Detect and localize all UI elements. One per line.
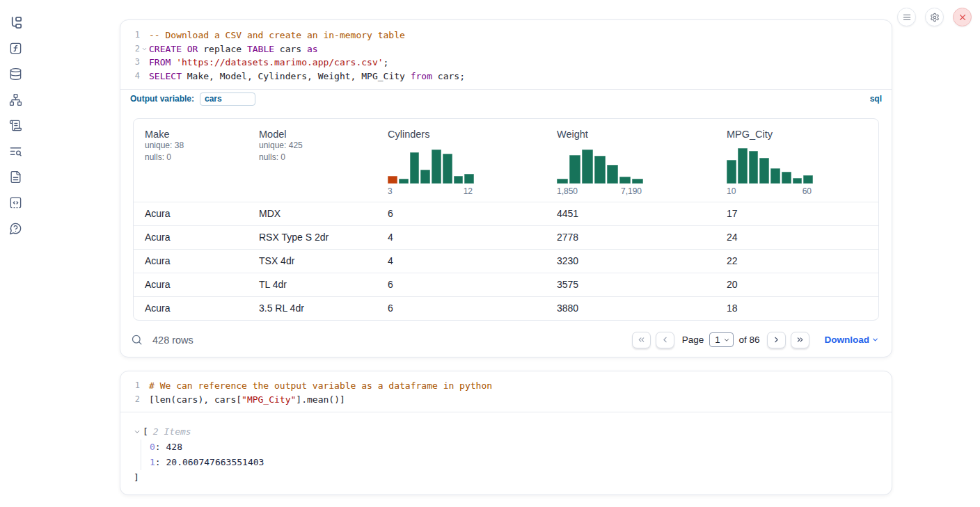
histogram-bar	[594, 156, 606, 184]
axis-max-label: 7,190	[621, 186, 642, 196]
code-token: CREATE	[149, 44, 182, 54]
column-header: Makeunique: 38nulls: 0	[134, 119, 248, 202]
histogram-bar	[569, 155, 580, 184]
table-cell: 2778	[546, 226, 716, 249]
table-cell: 3230	[546, 250, 716, 273]
next-page-button[interactable]	[767, 332, 786, 348]
sql-cell: 1-- Download a CSV and create an in-memo…	[120, 19, 892, 357]
page-select[interactable]: 1	[709, 332, 734, 347]
shutdown-button[interactable]	[953, 8, 972, 26]
histogram-bar	[557, 179, 568, 184]
sql-code-editor[interactable]: 1-- Download a CSV and create an in-memo…	[120, 20, 892, 89]
code-token: SELECT	[149, 71, 182, 81]
code-token: # We can reference the output variable a…	[149, 380, 492, 391]
column-name[interactable]: MPG_City	[727, 129, 873, 140]
first-page-button[interactable]	[632, 332, 651, 348]
sidebar-item-variables[interactable]	[8, 41, 23, 56]
code-token: replace	[198, 44, 246, 54]
table-row[interactable]: AcuraRSX Type S 2dr4277824	[134, 225, 878, 249]
table-cell: 4451	[546, 202, 716, 225]
file-tree-icon	[9, 16, 22, 29]
sidebar-item-help[interactable]	[8, 221, 23, 236]
table-cell: TSX 4dr	[248, 250, 377, 273]
sidebar-item-snippets[interactable]	[8, 195, 23, 210]
tree-item-colon: :	[155, 442, 166, 452]
table-row[interactable]: Acura3.5 RL 4dr6388018	[134, 296, 878, 320]
python-output-tree: [ 2 Items 0: 4281: 20.060747663551403 ]	[120, 412, 892, 485]
histogram-bar	[454, 176, 464, 184]
prev-page-button[interactable]	[656, 332, 674, 348]
histogram-bars	[557, 147, 643, 184]
table-cell: RSX Type S 2dr	[248, 226, 377, 249]
settings-button[interactable]	[925, 8, 944, 26]
chevrons-right-icon	[796, 335, 805, 344]
table-cell: 24	[716, 226, 878, 249]
column-stat: nulls: 0	[259, 152, 371, 163]
histogram-bar	[759, 158, 769, 184]
code-token: TABLE	[247, 44, 274, 54]
output-variable-input[interactable]	[200, 92, 255, 106]
sidebar-item-file-explorer[interactable]	[8, 15, 23, 30]
code-token: from	[411, 71, 432, 81]
sidebar-item-dependencies[interactable]	[8, 92, 23, 107]
collapse-toggle[interactable]	[134, 428, 143, 435]
table-search-button[interactable]	[131, 334, 143, 346]
code-line: 2CREATE OR replace TABLE cars as	[120, 42, 892, 56]
line-number: 3	[120, 56, 140, 70]
code-token: OR	[187, 44, 198, 54]
window-controls	[897, 8, 972, 26]
column-name[interactable]: Make	[145, 129, 242, 140]
code-token: cars;	[432, 71, 465, 81]
result-table: Makeunique: 38nulls: 0Modelunique: 425nu…	[133, 118, 879, 321]
table-cell: 6	[377, 273, 546, 296]
fold-slot	[140, 379, 149, 393]
tree-items: 0: 4281: 20.060747663551403	[141, 440, 892, 470]
histogram-bar	[738, 148, 748, 184]
histogram-bar	[432, 150, 441, 184]
download-button[interactable]: Download	[825, 335, 880, 345]
histogram-bars	[388, 147, 474, 184]
histogram-bar	[770, 168, 780, 184]
code-text: CREATE OR replace TABLE cars as	[149, 42, 318, 56]
line-number: 2	[120, 42, 140, 56]
table-cell: 6	[377, 297, 546, 320]
tree-item-colon: :	[155, 457, 166, 467]
sidebar-item-documentation[interactable]	[8, 170, 23, 184]
table-cell: 6	[377, 202, 546, 225]
gear-icon	[930, 13, 940, 22]
rows-count: 428 rows	[152, 335, 193, 346]
code-token: cars	[274, 44, 307, 54]
histogram-bar	[803, 175, 813, 184]
chevron-right-icon	[772, 335, 781, 344]
fold-slot	[140, 29, 149, 42]
column-name[interactable]: Cylinders	[388, 129, 540, 140]
table-row[interactable]: AcuraMDX6445117	[134, 202, 878, 225]
table-row[interactable]: AcuraTSX 4dr4323022	[134, 249, 878, 273]
output-variable-label: Output variable:	[130, 94, 194, 104]
table-cell: Acura	[134, 202, 248, 225]
column-name[interactable]: Weight	[557, 129, 710, 140]
menu-button[interactable]	[897, 8, 916, 26]
file-text-icon	[9, 170, 22, 184]
column-stat: unique: 38	[145, 140, 242, 152]
fold-toggle[interactable]	[140, 42, 149, 56]
histogram-bar	[410, 152, 420, 184]
chevron-left-icon	[661, 335, 670, 344]
histogram-bar	[727, 160, 736, 184]
code-text: -- Download a CSV and create an in-memor…	[149, 29, 405, 42]
last-page-button[interactable]	[791, 332, 809, 348]
code-token	[182, 44, 187, 54]
table-row[interactable]: AcuraTL 4dr6357520	[134, 273, 878, 296]
axis-max-label: 60	[803, 186, 812, 196]
histogram-bar	[782, 172, 791, 184]
items-count-label: 2 Items	[153, 424, 191, 440]
sidebar-item-outline[interactable]	[8, 118, 23, 133]
table-header-row: Makeunique: 38nulls: 0Modelunique: 425nu…	[134, 119, 878, 202]
sidebar-item-data-sources[interactable]	[8, 67, 23, 81]
histogram-bar	[632, 179, 643, 184]
python-code-editor[interactable]: 1# We can reference the output variable …	[120, 371, 892, 412]
python-cell: 1# We can reference the output variable …	[120, 371, 892, 495]
column-name[interactable]: Model	[259, 129, 371, 140]
sidebar-item-logs[interactable]	[8, 144, 23, 159]
histogram-bar	[619, 177, 631, 184]
